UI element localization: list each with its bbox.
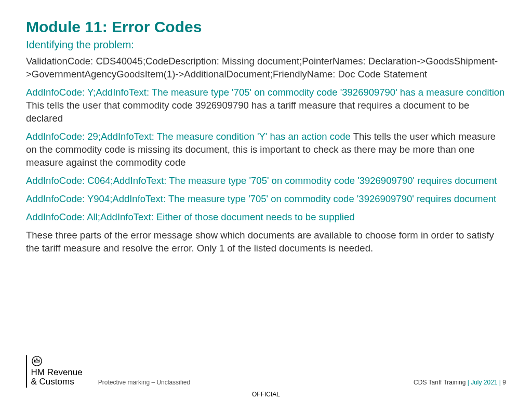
addinfo-y904: AddInfoCode: Y904;AddInfoText: The measu…: [26, 193, 506, 206]
svg-point-0: [32, 356, 41, 366]
addinfo-y-explain: This tells the user that commodity code …: [26, 100, 469, 124]
svg-point-1: [36, 358, 37, 359]
footer-course: CDS Tariff Training: [414, 379, 468, 386]
addinfo-29-code: AddInfoCode: 29;AddInfoText: The measure…: [26, 131, 351, 142]
subtitle: Identifying the problem:: [26, 39, 506, 51]
logo-line-2: & Customs: [31, 377, 83, 387]
addinfo-y-paragraph: AddInfoCode: Y;AddInfoText: The measure …: [26, 86, 506, 125]
footer-date: | July 2021 |: [468, 379, 501, 386]
logo-line-1: HM Revenue: [31, 368, 83, 377]
classification-label: OFFICIAL: [0, 391, 532, 398]
addinfo-y-code: AddInfoCode: Y;AddInfoText: The measure …: [26, 87, 504, 98]
slide-title: Module 11: Error Codes: [26, 18, 506, 36]
validation-code-text: ValidationCode: CDS40045;CodeDescription…: [26, 55, 506, 81]
protective-marking: Protective marking – Unclassified: [98, 379, 190, 386]
addinfo-29-paragraph: AddInfoCode: 29;AddInfoText: The measure…: [26, 130, 506, 169]
footer-page-number: 9: [501, 379, 506, 386]
hmrc-logo: HM Revenue & Customs: [26, 355, 83, 388]
summary-text: These three parts of the error message s…: [26, 229, 506, 255]
footer-right: CDS Tariff Training | July 2021 | 9: [414, 379, 506, 386]
crown-icon: [31, 355, 43, 367]
addinfo-c064: AddInfoCode: C064;AddInfoText: The measu…: [26, 175, 506, 188]
addinfo-all: AddInfoCode: All;AddInfoText: Either of …: [26, 211, 506, 224]
